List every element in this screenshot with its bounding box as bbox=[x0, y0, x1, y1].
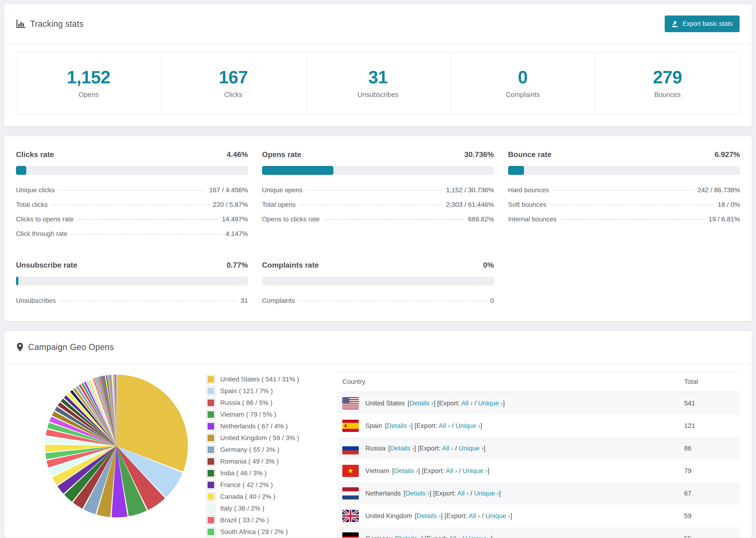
dotted-leader bbox=[553, 190, 694, 191]
legend-label: Netherlands ( 67 / 4% ) bbox=[220, 422, 288, 430]
country-total: 59 bbox=[679, 505, 739, 527]
country-total: 67 bbox=[679, 482, 739, 505]
details-link[interactable]: Details › bbox=[405, 490, 430, 497]
legend-swatch bbox=[206, 375, 216, 384]
rate-detail-label: Total opens bbox=[262, 201, 296, 208]
export-unique-link[interactable]: Unique › bbox=[466, 535, 491, 538]
legend-item: France ( 42 / 2% ) bbox=[206, 480, 318, 490]
export-all-link[interactable]: All › bbox=[442, 445, 453, 452]
dotted-leader bbox=[60, 300, 237, 301]
stat-label: Complaints bbox=[451, 91, 595, 99]
legend-swatch bbox=[206, 386, 216, 396]
us-flag-icon bbox=[342, 397, 359, 409]
export-unique-link[interactable]: Unique › bbox=[486, 512, 511, 519]
rate-detail-row: Hard bounces242 / 86.738% bbox=[508, 183, 740, 197]
details-link[interactable]: Details › bbox=[390, 445, 414, 452]
legend-item: Germany ( 55 / 3% ) bbox=[206, 445, 318, 455]
progress-bar bbox=[508, 166, 740, 175]
geo-table-header-row: Country Total bbox=[338, 372, 739, 392]
legend-label: Vietnam ( 79 / 5% ) bbox=[220, 411, 276, 418]
export-unique-link[interactable]: Unique › bbox=[459, 445, 484, 452]
country-links: [Details ›] [Export: All › / Unique ›] bbox=[388, 445, 486, 452]
stat-label: Opens bbox=[17, 91, 161, 99]
rate-panel-value: 4.46% bbox=[227, 150, 248, 159]
dotted-leader bbox=[58, 190, 205, 191]
country-name: United States bbox=[365, 400, 405, 407]
stat-label: Unsubscribes bbox=[306, 91, 450, 99]
legend-swatch bbox=[206, 468, 216, 478]
legend-item: India ( 46 / 3% ) bbox=[206, 468, 318, 478]
rate-detail-label: Complaints bbox=[262, 297, 295, 304]
export-all-link[interactable]: All › bbox=[458, 490, 469, 497]
summary-stats: 1,152Opens167Clicks31Unsubscribes0Compla… bbox=[16, 52, 740, 115]
export-all-link[interactable]: All › bbox=[446, 467, 457, 474]
stat-value: 1,152 bbox=[17, 67, 161, 87]
legend-item: Vietnam ( 79 / 5% ) bbox=[206, 410, 318, 419]
stat-label: Bounces bbox=[595, 91, 739, 99]
progress-bar bbox=[262, 166, 494, 175]
export-unique-link[interactable]: Unique › bbox=[478, 400, 503, 407]
legend-item: South Africa ( 29 / 2% ) bbox=[206, 527, 318, 537]
legend-swatch bbox=[206, 398, 216, 407]
dotted-leader bbox=[71, 234, 222, 235]
export-button-label: Export basic stats bbox=[682, 20, 732, 27]
export-all-link[interactable]: All › bbox=[469, 512, 480, 519]
export-all-link[interactable]: All › bbox=[439, 422, 450, 429]
legend-label: United Kingdom ( 59 / 3% ) bbox=[220, 434, 299, 442]
details-link[interactable]: Details › bbox=[409, 400, 434, 407]
table-row-us: United States[Details ›] [Export: All › … bbox=[338, 392, 739, 414]
rate-detail-value: 19 / 6.81% bbox=[709, 215, 740, 223]
geo-body: United States ( 541 / 31% )Spain ( 121 /… bbox=[4, 364, 752, 538]
rate-detail-label: Unique opens bbox=[262, 187, 303, 194]
country-links: [Details ›] [Export: All › / Unique ›] bbox=[392, 467, 489, 475]
rate-detail-row: Click through rate4.147% bbox=[16, 227, 248, 241]
details-link[interactable]: Details › bbox=[387, 422, 411, 429]
progress-bar bbox=[16, 166, 248, 175]
country-links: [Details ›] [Export: All › / Unique ›] bbox=[395, 535, 492, 538]
export-basic-stats-button[interactable]: Export basic stats bbox=[665, 16, 739, 32]
legend-item: Netherlands ( 67 / 4% ) bbox=[206, 422, 318, 431]
progress-bar-fill bbox=[262, 166, 333, 175]
rate-panel-complaints-rate: Complaints rate0%Complaints0 bbox=[262, 261, 494, 308]
stat-cell-clicks: 167Clicks bbox=[161, 52, 306, 114]
export-unique-link[interactable]: Unique › bbox=[456, 422, 480, 429]
campaign-geo-card: Campaign Geo Opens United States ( 541 /… bbox=[4, 331, 752, 538]
rate-detail-label: Internal bounces bbox=[508, 215, 557, 223]
export-icon bbox=[672, 21, 679, 27]
total-column-header: Total bbox=[679, 372, 739, 392]
rate-detail-label: Hard bounces bbox=[508, 187, 549, 194]
table-row-ru: Russia[Details ›] [Export: All › / Uniqu… bbox=[338, 437, 739, 459]
rate-detail-value: 689.82% bbox=[468, 215, 494, 223]
country-links: [Details ›] [Export: All › / Unique ›] bbox=[407, 400, 505, 407]
rate-panel-value: 0.77% bbox=[227, 261, 248, 269]
table-row-vn: Vietnam[Details ›] [Export: All › / Uniq… bbox=[338, 459, 739, 482]
rate-panel-opens-rate: Opens rate30.736%Unique opens1,152 / 30.… bbox=[262, 150, 494, 241]
rate-panel-clicks-rate: Clicks rate4.46%Unique clicks167 / 4.456… bbox=[16, 150, 248, 241]
table-row-gb: United Kingdom[Details ›] [Export: All ›… bbox=[338, 505, 739, 527]
progress-bar bbox=[16, 277, 248, 286]
legend-item: Canada ( 40 / 2% ) bbox=[206, 492, 318, 501]
export-unique-link[interactable]: Unique › bbox=[474, 490, 499, 497]
export-all-link[interactable]: All › bbox=[449, 535, 460, 538]
rate-detail-row: Unique clicks167 / 4.456% bbox=[16, 183, 248, 197]
legend-swatch bbox=[206, 480, 216, 490]
details-link[interactable]: Details › bbox=[397, 535, 421, 538]
progress-bar-fill bbox=[16, 277, 18, 286]
details-link[interactable]: Details › bbox=[394, 467, 418, 474]
country-links: [Details ›] [Export: All › / Unique ›] bbox=[385, 422, 482, 430]
geo-title: Campaign Geo Opens bbox=[28, 342, 114, 352]
stat-value: 31 bbox=[306, 67, 450, 87]
country-links: [Details ›] [Export: All › / Unique ›] bbox=[415, 512, 512, 520]
export-unique-link[interactable]: Unique › bbox=[463, 467, 488, 474]
rate-detail-row: Complaints0 bbox=[262, 294, 494, 308]
legend-label: United States ( 541 / 31% ) bbox=[220, 376, 299, 383]
progress-bar-fill bbox=[508, 166, 524, 175]
export-all-link[interactable]: All › bbox=[461, 400, 473, 407]
geo-table: Country Total United States[Details ›] [… bbox=[338, 371, 739, 538]
legend-item: Romania ( 49 / 3% ) bbox=[206, 457, 318, 466]
country-name: Spain bbox=[365, 422, 382, 430]
country-total: 86 bbox=[679, 437, 739, 459]
details-link[interactable]: Details › bbox=[417, 512, 441, 519]
legend-swatch bbox=[206, 515, 216, 525]
legend-label: Brazil ( 33 / 2% ) bbox=[220, 516, 269, 524]
